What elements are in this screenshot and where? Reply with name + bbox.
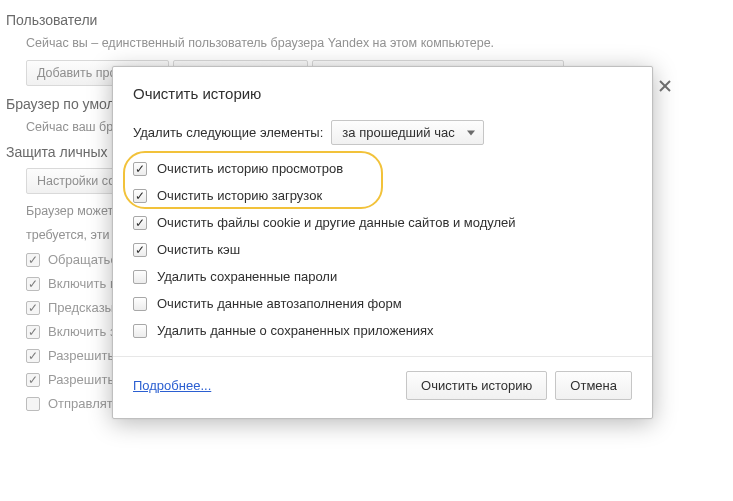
option-label: Удалить данные о сохраненных приложениях <box>157 323 434 338</box>
option-row: Удалить сохраненные пароли <box>133 269 632 284</box>
delete-label: Удалить следующие элементы: <box>133 125 323 140</box>
checkbox-cookies[interactable] <box>133 216 147 230</box>
confirm-button[interactable]: Очистить историю <box>406 371 547 400</box>
option-row: Очистить историю загрузок <box>133 188 632 203</box>
option-label: Удалить сохраненные пароли <box>157 269 337 284</box>
close-button[interactable] <box>658 79 676 97</box>
option-label: Очистить кэш <box>157 242 240 257</box>
checkbox-browsing-history[interactable] <box>133 162 147 176</box>
option-label: Очистить файлы cookie и другие данные са… <box>157 215 516 230</box>
option-row: Очистить данные автозаполнения форм <box>133 296 632 311</box>
checkbox-autofill[interactable] <box>133 297 147 311</box>
option-label: Очистить данные автозаполнения форм <box>157 296 402 311</box>
learn-more-link[interactable]: Подробнее... <box>133 378 211 393</box>
clear-history-dialog: Очистить историю Удалить следующие элеме… <box>112 66 653 419</box>
options-list: Очистить историю просмотров Очистить ист… <box>133 161 632 338</box>
option-label: Очистить историю загрузок <box>157 188 322 203</box>
time-range-select[interactable]: за прошедший час <box>331 120 483 145</box>
dialog-title: Очистить историю <box>133 85 632 102</box>
option-row: Очистить историю просмотров <box>133 161 632 176</box>
option-row: Очистить кэш <box>133 242 632 257</box>
checkbox-passwords[interactable] <box>133 270 147 284</box>
cancel-button[interactable]: Отмена <box>555 371 632 400</box>
divider <box>113 356 652 357</box>
checkbox-download-history[interactable] <box>133 189 147 203</box>
time-range-value: за прошедший час <box>342 125 454 140</box>
option-row: Удалить данные о сохраненных приложениях <box>133 323 632 338</box>
dialog-footer: Подробнее... Очистить историю Отмена <box>133 371 632 400</box>
option-row: Очистить файлы cookie и другие данные са… <box>133 215 632 230</box>
checkbox-hosted-apps[interactable] <box>133 324 147 338</box>
checkbox-cache[interactable] <box>133 243 147 257</box>
option-label: Очистить историю просмотров <box>157 161 343 176</box>
chevron-down-icon <box>467 130 475 135</box>
close-icon <box>658 81 672 96</box>
